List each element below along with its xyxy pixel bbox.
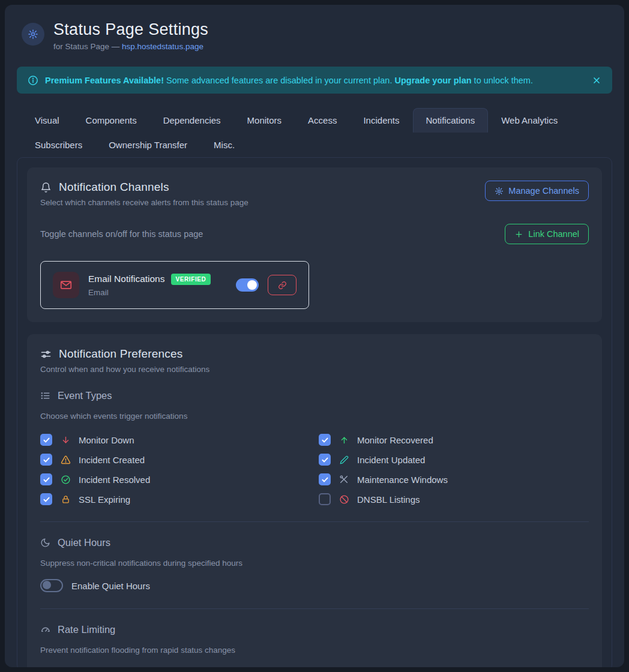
pencil-icon	[339, 455, 349, 464]
channel-name: Email Notifications	[88, 274, 165, 284]
event-type-incident-resolved[interactable]: Incident Resolved	[40, 473, 307, 485]
event-type-ssl-expiring[interactable]: SSL Expiring	[40, 493, 307, 505]
preferences-section-subtitle: Control when and how you receive notific…	[40, 365, 589, 374]
channel-link-button[interactable]	[268, 275, 296, 295]
divider	[40, 608, 589, 609]
premium-banner: Premium Features Available! Some advance…	[17, 67, 612, 94]
toggle-channels-hint: Toggle channels on/off for this status p…	[40, 229, 203, 239]
link-channel-button[interactable]: Link Channel	[505, 224, 589, 244]
enable-quiet-hours-toggle[interactable]	[40, 579, 63, 592]
email-channel-info: Email Notifications VERIFIED Email	[88, 274, 211, 297]
sliders-icon	[40, 349, 52, 360]
checkbox[interactable]	[319, 473, 331, 485]
page-subtitle: for Status Page — hsp.hostedstatus.page	[53, 42, 208, 51]
page-header: Status Page Settings for Status Page — h…	[22, 20, 612, 51]
tab-web-analytics[interactable]: Web Analytics	[488, 108, 571, 133]
channels-section-subtitle: Select which channels receive alerts fro…	[40, 198, 248, 207]
verified-badge: VERIFIED	[171, 274, 211, 285]
checkbox[interactable]	[40, 434, 52, 446]
rate-limiting-title: Rate Limiting	[40, 624, 589, 635]
notifications-tab-panel: Notification Channels Select which chann…	[17, 157, 612, 667]
no-sign-icon	[339, 494, 349, 505]
time-window-label: TIME WINDOW	[40, 667, 307, 667]
lock-icon	[60, 495, 71, 504]
notification-preferences-card: Notification Preferences Control when an…	[27, 334, 602, 667]
tab-misc[interactable]: Misc.	[200, 133, 248, 157]
warning-icon	[60, 455, 71, 465]
checkbox[interactable]	[319, 434, 331, 446]
tab-incidents[interactable]: Incidents	[350, 108, 412, 133]
event-type-incident-created[interactable]: Incident Created	[40, 454, 307, 466]
tools-icon	[339, 475, 349, 484]
divider	[40, 521, 589, 522]
status-page-link[interactable]: hsp.hostedstatus.page	[122, 42, 203, 51]
checkbox[interactable]	[40, 493, 52, 505]
checkbox[interactable]	[40, 454, 52, 466]
tab-subscribers[interactable]: Subscribers	[22, 133, 95, 157]
upgrade-plan-link[interactable]: Upgrade your plan	[394, 76, 471, 85]
x-icon	[592, 76, 601, 85]
checkbox[interactable]	[319, 454, 331, 466]
quiet-hours-subtitle: Suppress non-critical notifications duri…	[40, 559, 589, 568]
gear-icon	[495, 187, 504, 196]
manage-channels-button[interactable]: Manage Channels	[485, 181, 589, 201]
event-types-grid: Monitor Down Monitor Recovered Incident …	[40, 434, 585, 505]
checkbox[interactable]	[319, 493, 331, 505]
info-icon	[28, 75, 38, 86]
status-page-settings-app: Status Page Settings for Status Page — h…	[5, 5, 624, 667]
tab-monitors[interactable]: Monitors	[234, 108, 295, 133]
event-type-monitor-down[interactable]: Monitor Down	[40, 434, 307, 446]
quiet-hours-title: Quiet Hours	[40, 537, 589, 548]
arrow-up-icon	[339, 436, 349, 445]
tab-components[interactable]: Components	[73, 108, 150, 133]
checkbox[interactable]	[40, 473, 52, 485]
max-notifications-label: MAX NOTIFICATIONS PER WINDOW	[319, 667, 585, 667]
rate-limiting-subtitle: Prevent notification flooding from rapid…	[40, 646, 589, 655]
moon-icon	[40, 538, 50, 548]
list-icon	[40, 391, 50, 401]
settings-tabs: Visual Components Dependencies Monitors …	[22, 108, 612, 157]
email-channel-toggle[interactable]	[236, 278, 259, 292]
plus-icon	[514, 230, 523, 239]
tab-notifications[interactable]: Notifications	[413, 108, 489, 133]
chain-link-icon	[278, 281, 287, 290]
event-type-dnsbl-listings[interactable]: DNSBL Listings	[319, 493, 585, 505]
tab-visual[interactable]: Visual	[22, 108, 73, 133]
event-types-title: Event Types	[40, 390, 589, 401]
event-type-monitor-recovered[interactable]: Monitor Recovered	[319, 434, 585, 446]
notification-channels-card: Notification Channels Select which chann…	[27, 167, 602, 322]
channels-section-title: Notification Channels	[40, 181, 248, 194]
bell-icon	[40, 182, 52, 193]
rate-limiting-form: TIME WINDOW 15 minutes MAX NOTIFICATIONS…	[40, 667, 585, 667]
event-type-maintenance-windows[interactable]: Maintenance Windows	[319, 473, 585, 485]
check-circle-icon	[60, 475, 71, 485]
preferences-section-title: Notification Preferences	[40, 347, 589, 361]
event-type-incident-updated[interactable]: Incident Updated	[319, 454, 585, 466]
event-types-subtitle: Choose which events trigger notification…	[40, 412, 589, 421]
gauge-icon	[40, 625, 50, 635]
tab-access[interactable]: Access	[295, 108, 350, 133]
tab-ownership-transfer[interactable]: Ownership Transfer	[95, 133, 200, 157]
enable-quiet-hours-label: Enable Quiet Hours	[71, 581, 150, 591]
email-channel-card: Email Notifications VERIFIED Email	[40, 261, 309, 309]
arrow-down-icon	[60, 436, 71, 445]
tab-dependencies[interactable]: Dependencies	[150, 108, 234, 133]
channel-type: Email	[88, 288, 211, 297]
page-header-text: Status Page Settings for Status Page — h…	[53, 20, 208, 51]
envelope-icon	[53, 272, 79, 298]
banner-text: Premium Features Available! Some advance…	[45, 76, 533, 85]
page-title: Status Page Settings	[53, 20, 208, 39]
banner-close-button[interactable]	[592, 76, 601, 85]
gear-icon	[22, 23, 44, 46]
